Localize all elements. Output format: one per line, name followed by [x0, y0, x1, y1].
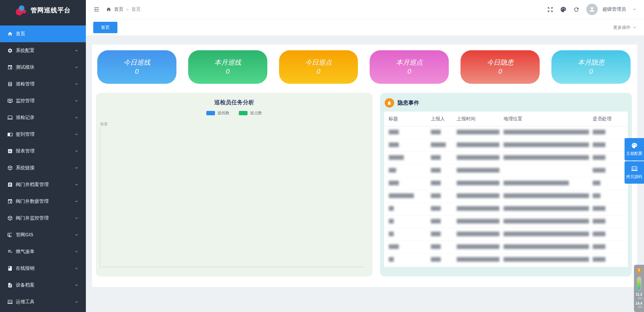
chevron-down-icon [74, 233, 79, 237]
chevron-down-icon [74, 149, 79, 153]
table-row[interactable]: ████████████████████████████████████████… [384, 228, 628, 241]
sidebar-item-3[interactable]: 巡检管理 [0, 76, 86, 92]
sidebar-item-10[interactable]: 阀门井数据管理 [0, 193, 86, 210]
redacted-text: ████ [431, 155, 441, 160]
table-cell: ██████ [389, 155, 431, 161]
monitor-list-icon [7, 98, 13, 104]
shield-badge: 1 [636, 267, 642, 274]
table-row[interactable]: ████████████████████████████████████████… [384, 126, 628, 139]
logo-circles-icon [15, 5, 27, 16]
sidebar-item-label: 运维工具 [16, 299, 74, 305]
copy-source-button[interactable]: 拷贝源码 [625, 161, 644, 184]
redacted-text: ████ [431, 168, 441, 173]
stat-value: 0 [408, 67, 411, 76]
redacted-text: █████████████████ [457, 244, 499, 249]
breadcrumb-root[interactable]: 首页 [114, 6, 123, 12]
sidebar-item-1[interactable]: 系统配置 [0, 42, 86, 59]
legend-item[interactable]: 巡线数 [206, 110, 229, 116]
float-button-label: 拷贝源码 [626, 174, 642, 180]
sidebar-item-label: 阀门井档案管理 [16, 182, 74, 188]
incident-table-header: 标题上报人上报时间地理位置是否处理 [384, 112, 628, 126]
sidebar-item-4[interactable]: 监控管理 [0, 92, 86, 109]
cube-icon [7, 165, 13, 171]
redacted-text: ██████ [431, 142, 446, 147]
table-row[interactable]: ████████████████████████████████████████… [384, 139, 628, 152]
more-operations[interactable]: 更多操作 [613, 24, 637, 30]
stat-card-2[interactable]: 今日巡点0 [279, 50, 358, 84]
theme-palette-icon[interactable] [560, 6, 567, 13]
redacted-text: ██████████████████████████ [503, 181, 569, 185]
fullscreen-icon[interactable] [547, 6, 553, 13]
tab-home[interactable]: 首页 [93, 22, 117, 33]
table-row[interactable]: ████████████████████████████████████████… [384, 190, 628, 203]
stat-card-5[interactable]: 本月隐患0 [551, 50, 631, 84]
table-row[interactable]: █████████████████████████████ [384, 165, 628, 177]
table-cell: ██████████████████████████████████ [503, 232, 593, 238]
legend-item[interactable]: 巡点数 [239, 110, 262, 116]
table-row[interactable]: ████████████████████████████████████████… [384, 152, 628, 165]
table-row[interactable]: ████████████████████████████████████████… [384, 254, 628, 266]
sidebar-collapse-icon[interactable] [93, 6, 100, 13]
table-cell: ██████████████████████████████████ [503, 219, 593, 225]
redacted-text: ████ [431, 193, 441, 198]
chevron-down-icon [74, 266, 79, 270]
sidebar-item-5[interactable]: 巡检记录 [0, 109, 86, 126]
chevron-down-icon[interactable] [633, 7, 637, 11]
chevron-down-icon [74, 65, 79, 69]
column-header: 标题 [389, 116, 431, 122]
table-row[interactable]: ████████████████████████████████████████… [384, 241, 628, 254]
topbar-actions: 超级管理员 [547, 4, 637, 15]
chevron-down-icon [74, 250, 79, 254]
table-row[interactable]: ████████████████████████████████████████… [384, 177, 628, 190]
table-row[interactable]: ████████████████████████████████████████… [384, 203, 628, 215]
home-icon [7, 31, 13, 37]
stat-card-4[interactable]: 今日隐患0 [461, 50, 540, 84]
redacted-text: ██ [389, 257, 394, 262]
refresh-icon[interactable] [573, 6, 580, 13]
redacted-text: ████ [389, 142, 399, 147]
user-name[interactable]: 超级管理员 [602, 6, 626, 12]
sidebar-item-home[interactable]: 首页 [0, 25, 86, 42]
theme-config-button[interactable]: 主题配置 [625, 138, 644, 161]
redacted-text: █████ [593, 206, 605, 211]
table-cell: █████████████████ [457, 206, 503, 212]
stat-value: 0 [226, 67, 229, 76]
table-cell: ████ [431, 257, 457, 263]
chevron-down-icon [74, 166, 79, 170]
sidebar-item-11[interactable]: 阀门井监控管理 [0, 210, 86, 227]
sidebar-item-13[interactable]: 燃气派单 [0, 243, 86, 260]
calendar-icon [7, 65, 13, 70]
stat-card-3[interactable]: 本月巡点0 [370, 50, 449, 84]
table-cell: ██████████████████████████ [503, 181, 593, 187]
sidebar-item-7[interactable]: 报表管理 [0, 143, 86, 160]
avatar[interactable] [586, 4, 598, 15]
table-cell: ███ [593, 181, 623, 187]
table-cell: ██████████████████████████████████ [503, 193, 593, 199]
sidebar-item-label: 首页 [16, 31, 79, 37]
sidebar-item-label: 签到管理 [16, 131, 74, 137]
table-cell: █████ [593, 257, 623, 263]
table-cell: ██ [389, 219, 431, 225]
table-cell: ████ [389, 244, 431, 250]
sidebar-item-12[interactable]: 管网GIS [0, 227, 86, 243]
sidebar-item-14[interactable]: 在线报销 [0, 260, 86, 277]
sidebar-item-6[interactable]: 签到管理 [0, 126, 86, 143]
sidebar-item-9[interactable]: 阀门井档案管理 [0, 176, 86, 193]
stat-card-1[interactable]: 本月巡线0 [188, 50, 267, 84]
net-monitor-widget[interactable]: 1 11.2 ↑ K/s 14.4 ↓ K/s [634, 265, 644, 312]
table-cell: ██████ [431, 142, 457, 148]
stat-card-0[interactable]: 今日巡线0 [97, 50, 176, 84]
sidebar-item-2[interactable]: 测试模块 [0, 59, 86, 76]
app-title: 管网巡线平台 [31, 6, 71, 15]
laptop-icon [7, 115, 13, 120]
sidebar-item-8[interactable]: 系统链接 [0, 160, 86, 176]
table-row[interactable]: ████████████████████████████████████████… [384, 215, 628, 228]
sidebar-item-16[interactable]: 运维工具 [0, 294, 86, 310]
sidebar-item-15[interactable]: 设备档案 [0, 277, 86, 294]
sidebar-item-label: 巡检记录 [16, 115, 74, 121]
redacted-text: █████ [593, 130, 605, 134]
sidebar-menu: 首页系统配置测试模块巡检管理监控管理巡检记录签到管理报表管理系统链接阀门井档案管… [0, 25, 86, 310]
redacted-text: ████ [431, 206, 441, 211]
table-cell: ████ [389, 142, 431, 148]
down-arrow-icon: ↓ [636, 305, 637, 308]
